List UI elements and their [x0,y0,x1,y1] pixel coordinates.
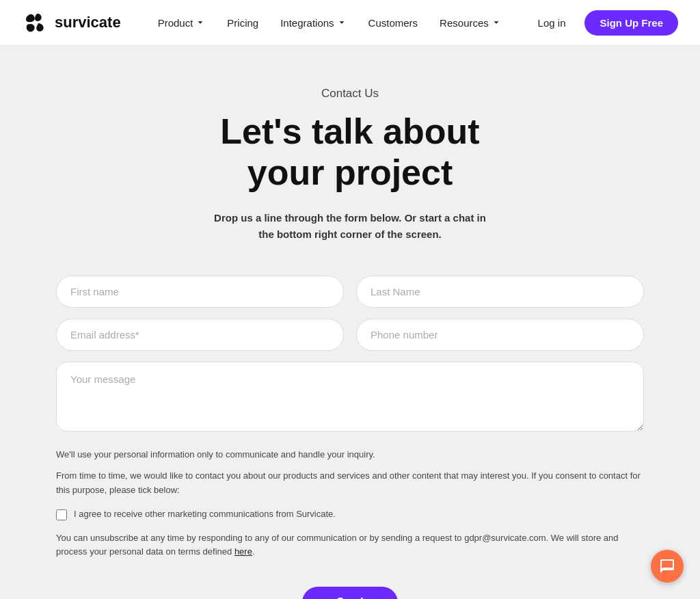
nav-item-customers[interactable]: Customers [359,12,428,34]
contact-subtext: Drop us a line through the form below. O… [56,210,644,243]
name-row [56,276,644,308]
chevron-down-icon [492,18,501,27]
nav-item-pricing[interactable]: Pricing [217,12,268,34]
login-button[interactable]: Log in [530,12,574,34]
signup-button[interactable]: Sign Up Free [584,10,678,36]
privacy-text: We'll use your personal information only… [56,448,644,462]
email-input[interactable] [56,319,344,351]
first-name-input[interactable] [56,276,344,308]
nav-item-product[interactable]: Product [148,12,215,34]
main-content: Contact Us Let's talk about your project… [42,46,658,599]
unsubscribe-text: You can unsubscribe at any time by respo… [56,531,644,560]
chat-bubble-button[interactable] [651,550,684,583]
checkbox-label[interactable]: I agree to receive other marketing commu… [74,509,336,519]
navigation: survicate Product Pricing Integrations C… [0,0,700,46]
logo[interactable]: survicate [22,10,121,36]
consent-checkbox-row: I agree to receive other marketing commu… [56,509,644,520]
contact-form: We'll use your personal information only… [56,276,644,599]
contact-label: Contact Us [56,87,644,101]
contact-heading: Let's talk about your project [56,111,644,194]
nav-item-integrations[interactable]: Integrations [271,12,355,34]
last-name-input[interactable] [356,276,644,308]
phone-input[interactable] [356,319,644,351]
marketing-consent-checkbox[interactable] [56,509,67,520]
chat-icon [659,558,675,574]
logo-text: survicate [55,14,121,31]
nav-item-resources[interactable]: Resources [430,12,511,34]
nav-links: Product Pricing Integrations Customers R… [148,12,530,34]
send-button[interactable]: Send [302,587,397,599]
message-textarea[interactable] [56,362,644,431]
nav-right: Log in Sign Up Free [530,10,678,36]
chevron-down-icon [196,18,205,27]
consent-text: From time to time, we would like to cont… [56,469,644,498]
submit-row: Send [56,587,644,599]
chevron-down-icon [337,18,347,27]
contact-row [56,319,644,351]
here-link[interactable]: here [234,546,252,557]
